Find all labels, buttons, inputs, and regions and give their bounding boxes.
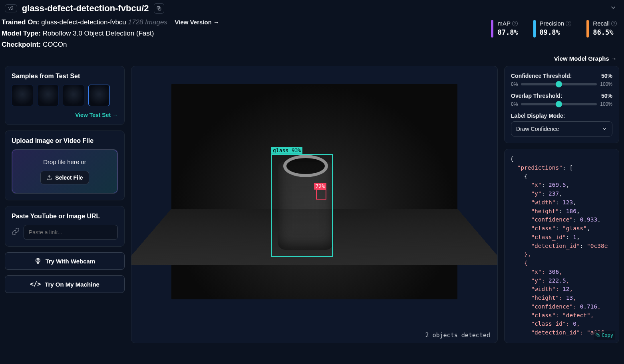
- slider-min: 0%: [511, 81, 518, 87]
- try-machine-button[interactable]: </> Try On My Machine: [5, 275, 125, 293]
- overlap-label: Overlap Threshold:: [511, 93, 562, 99]
- display-mode-select[interactable]: Draw Confidence: [511, 121, 612, 136]
- sample-thumb[interactable]: [37, 85, 59, 106]
- help-icon[interactable]: ?: [611, 21, 617, 26]
- metric-bar: [586, 20, 589, 38]
- copy-label: Copy: [602, 332, 613, 339]
- svg-point-3: [36, 258, 40, 263]
- upload-panel: Upload Image or Video File Drop file her…: [5, 131, 125, 200]
- metric-recall: Recall? 86.5%: [586, 20, 617, 38]
- display-mode-value: Draw Confidence: [516, 126, 559, 132]
- metric-value: 87.8%: [497, 28, 518, 36]
- objects-detected: 2 objects detected: [425, 332, 490, 339]
- metric-precision: Precision? 89.8%: [533, 20, 572, 38]
- trained-on-value: glass-defect-detection-fvbcu: [41, 18, 126, 26]
- info-row: Trained On: glass-defect-detection-fvbcu…: [0, 17, 624, 55]
- code-icon: </>: [30, 281, 41, 288]
- metric-name: mAP: [497, 20, 511, 27]
- trained-on-label: Trained On:: [2, 18, 39, 26]
- slider-min: 0%: [511, 101, 518, 107]
- slider-max: 100%: [600, 101, 612, 107]
- select-file-button[interactable]: Select File: [40, 171, 89, 184]
- confidence-value: 50%: [601, 73, 612, 79]
- samples-title: Samples from Test Set: [12, 73, 118, 80]
- preview-image[interactable]: glass 93% 72%: [171, 84, 457, 299]
- preview-panel: glass 93% 72% 2 objects detected: [131, 66, 498, 343]
- chevron-down-icon: [602, 126, 607, 132]
- samples-panel: Samples from Test Set View Test Set →: [5, 66, 125, 125]
- upload-title: Upload Image or Video File: [12, 137, 118, 144]
- controls-panel: Confidence Threshold: 50% 0% 100% Overla…: [504, 66, 619, 143]
- svg-point-4: [37, 259, 39, 261]
- confidence-label: Confidence Threshold:: [511, 73, 572, 79]
- slider-knob[interactable]: [556, 81, 562, 87]
- chevron-down-icon: [610, 4, 617, 11]
- overlap-value: 50%: [601, 93, 612, 99]
- sample-thumb[interactable]: [88, 85, 110, 106]
- json-output-panel: { "predictions": [ { "x": 269.5, "y": 23…: [504, 149, 619, 343]
- select-file-label: Select File: [55, 174, 83, 181]
- model-title: glass-defect-detection-fvbcu/2: [22, 3, 149, 14]
- metric-value: 89.8%: [540, 28, 572, 36]
- model-type-label: Model Type:: [2, 30, 41, 37]
- checkpoint-value: COCOn: [43, 41, 67, 48]
- display-mode-label: Label Display Mode:: [511, 113, 565, 119]
- bbox-glass[interactable]: glass 93%: [271, 154, 333, 257]
- bbox-defect[interactable]: 72%: [316, 189, 326, 200]
- expand-toggle[interactable]: [610, 4, 617, 13]
- sample-thumb[interactable]: [63, 85, 84, 106]
- sample-thumb[interactable]: [12, 85, 33, 106]
- bbox-label: 72%: [314, 183, 326, 190]
- machine-label: Try On My Machine: [45, 281, 99, 288]
- help-icon[interactable]: ?: [512, 21, 518, 26]
- copy-id-button[interactable]: [154, 3, 164, 14]
- paste-title: Paste YouTube or Image URL: [12, 213, 118, 220]
- copy-icon: [595, 333, 600, 338]
- metric-name: Precision: [540, 20, 564, 27]
- version-badge: v2: [5, 4, 17, 12]
- model-info: Trained On: glass-defect-detection-fvbcu…: [2, 18, 475, 52]
- metric-bar: [491, 20, 493, 38]
- json-text: { "predictions": [ { "x": 269.5, "y": 23…: [510, 156, 608, 336]
- view-model-graphs-link[interactable]: View Model Graphs →: [554, 55, 617, 62]
- upload-icon: [46, 175, 52, 180]
- view-test-set-link[interactable]: View Test Set →: [75, 112, 118, 118]
- webcam-label: Try With Webcam: [46, 258, 95, 265]
- copy-json-button[interactable]: Copy: [594, 331, 615, 340]
- trained-on-count: 1728 Images: [128, 18, 167, 26]
- try-webcam-button[interactable]: Try With Webcam: [5, 252, 125, 270]
- link-icon: [12, 228, 20, 237]
- confidence-slider[interactable]: [521, 83, 597, 85]
- metric-bar: [533, 20, 536, 38]
- model-header: v2 glass-defect-detection-fvbcu/2: [0, 0, 624, 17]
- model-type-value: Roboflow 3.0 Object Detection (Fast): [43, 30, 154, 37]
- slider-max: 100%: [600, 81, 612, 87]
- checkpoint-label: Checkpoint:: [2, 41, 41, 48]
- slider-knob[interactable]: [556, 101, 562, 107]
- metric-value: 86.5%: [593, 28, 617, 36]
- view-version-link[interactable]: View Version →: [175, 19, 219, 26]
- url-input[interactable]: [24, 225, 118, 240]
- copy-icon: [156, 6, 162, 11]
- metric-map: mAP? 87.8%: [491, 20, 518, 38]
- webcam-icon: [34, 257, 42, 265]
- upload-dropzone[interactable]: Drop file here or Select File: [12, 149, 118, 194]
- overlap-slider[interactable]: [521, 103, 597, 105]
- paste-url-panel: Paste YouTube or Image URL: [5, 206, 125, 247]
- drop-hint: Drop file here or: [16, 158, 113, 165]
- bbox-label: glass 93%: [271, 147, 302, 154]
- metrics: mAP? 87.8% Precision? 89.8% Recall? 86.5…: [491, 18, 617, 52]
- metric-name: Recall: [593, 20, 610, 27]
- help-icon[interactable]: ?: [566, 21, 571, 26]
